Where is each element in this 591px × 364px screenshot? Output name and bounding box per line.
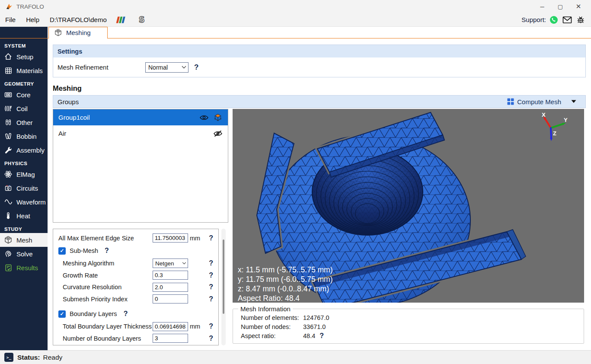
close-button[interactable]: ✕ <box>569 0 588 13</box>
sidebar-item-core[interactable]: Core <box>0 88 48 102</box>
algorithm-help[interactable]: ? <box>208 259 213 267</box>
sidebar-item-label: Results <box>16 264 38 271</box>
window-title: TRAFOLO <box>16 3 44 10</box>
sidebar-item-assembly[interactable]: Assembly <box>0 143 48 157</box>
visibility-eye-icon[interactable] <box>199 113 209 122</box>
algorithm-select[interactable]: Netgen <box>153 259 188 268</box>
tab-meshing[interactable]: Meshing <box>48 27 108 39</box>
priority-input[interactable] <box>153 294 188 303</box>
status-value: Ready <box>43 354 63 361</box>
group-name: Group1coil <box>58 114 90 121</box>
curvature-help[interactable]: ? <box>208 283 213 291</box>
boundary-layers-help[interactable]: ? <box>124 310 128 318</box>
mesh-refinement-help[interactable]: ? <box>194 63 198 72</box>
title-bar: TRAFOLO ─ ▢ ✕ <box>0 0 591 13</box>
parameters-scrollbar[interactable] <box>221 229 226 345</box>
bl-count-row: Number of Boundary Layers ? <box>53 332 218 345</box>
compute-mesh-label: Compute Mesh <box>517 98 561 105</box>
waveform-icon <box>3 197 13 207</box>
group-row-air[interactable]: Air <box>53 125 228 141</box>
sidebar-section-system: SYSTEM <box>0 39 48 50</box>
boundary-layers-row: Boundary Layers ? <box>53 307 218 321</box>
app-window: TRAFOLO ─ ▢ ✕ File Help D:\TRAFOLO\demo … <box>0 0 591 364</box>
priority-row: Submesh Priority Index ? <box>53 293 218 305</box>
bl-thickness-input[interactable] <box>153 322 188 331</box>
compute-grid-icon <box>507 98 514 105</box>
viewport-3d: X Y Z x: 11.5 mm (-5.75..5.75 mm) y: 11.… <box>233 109 584 303</box>
terminal-icon: >_ <box>4 353 13 362</box>
curvature-input[interactable] <box>153 283 188 292</box>
minimize-button[interactable]: ─ <box>533 0 551 13</box>
sidebar-item-label: Setup <box>16 53 33 61</box>
atom-icon <box>3 169 13 179</box>
content-area: Settings Mesh Refinement Normal ? Meshin… <box>48 38 591 350</box>
bl-thickness-row: Total Boundary Layer Thickness mm ? <box>53 321 218 333</box>
sidebar-item-materials[interactable]: Materials <box>0 64 48 77</box>
priority-help[interactable]: ? <box>208 295 213 303</box>
sub-mesh-checkbox[interactable] <box>58 247 66 255</box>
chevron-down-icon <box>182 262 186 265</box>
whatsapp-icon[interactable] <box>549 16 558 24</box>
sidebar-item-bobbin[interactable]: Bobbin <box>0 129 48 143</box>
sidebar-item-results[interactable]: Results <box>0 261 48 275</box>
bl-thickness-label: Total Boundary Layer Thickness <box>63 323 153 330</box>
menu-help[interactable]: Help <box>26 15 44 24</box>
mesh-display-icon[interactable] <box>213 113 223 122</box>
curvature-row: Curvature Resolution ? <box>53 281 218 294</box>
bl-thickness-help[interactable]: ? <box>208 322 213 330</box>
sub-mesh-help[interactable]: ? <box>105 247 109 255</box>
sidebar-item-other[interactable]: Other <box>0 115 48 129</box>
sub-mesh-label: Sub-Mesh <box>70 247 98 254</box>
email-icon[interactable] <box>562 16 572 24</box>
scrollbar-thumb[interactable] <box>223 239 224 314</box>
sidebar-item-heat[interactable]: Heat <box>0 209 48 223</box>
edge-size-unit: mm <box>190 235 200 242</box>
mesh-cube-icon <box>54 29 62 37</box>
status-label: Status: <box>17 354 40 361</box>
stripes-logo-icon[interactable] <box>115 16 127 24</box>
growth-rate-label: Growth Rate <box>63 272 153 279</box>
sidebar-item-waveform[interactable]: Waveform <box>0 195 48 209</box>
menu-bar: File Help D:\TRAFOLO\demo S Support: <box>0 13 591 27</box>
sidebar-item-label: Solve <box>16 250 33 258</box>
compute-mesh-dropdown-icon[interactable] <box>571 99 577 104</box>
maximize-button[interactable]: ▢ <box>551 0 569 13</box>
sidebar-item-coil[interactable]: Coil <box>0 102 48 115</box>
curvature-label: Curvature Resolution <box>63 284 153 291</box>
bug-icon[interactable] <box>576 16 585 24</box>
mesh-3d-view[interactable]: X Y Z x: 11.5 mm (-5.75..5.75 mm) y: 11.… <box>233 109 584 303</box>
sidebar-item-solve[interactable]: Solve <box>0 247 48 261</box>
overlay-z-range: z: 8.47 mm (-0.0..8.47 mm) <box>238 284 329 293</box>
sidebar-item-label: Materials <box>16 67 43 74</box>
sidebar-item-setup[interactable]: Setup <box>0 50 48 64</box>
overlay-x-range: x: 11.5 mm (-5.75..5.75 mm) <box>238 265 332 274</box>
sidebar-item-label: Other <box>16 119 33 126</box>
sidebar-item-elmag[interactable]: ElMag <box>0 167 48 181</box>
growth-rate-help[interactable]: ? <box>208 271 213 279</box>
growth-rate-input[interactable] <box>153 271 188 280</box>
sidebar-item-mesh[interactable]: Mesh <box>0 233 48 247</box>
compute-mesh-button[interactable]: Compute Mesh <box>507 98 561 105</box>
sidebar-item-circuits[interactable]: Circuits <box>0 181 48 195</box>
s-logo-icon[interactable]: S <box>136 15 147 25</box>
elements-row: Number of elements: 124767.0 <box>237 313 579 322</box>
sidebar-top-corner <box>0 27 48 38</box>
edge-size-help[interactable]: ? <box>208 234 213 242</box>
edge-size-input[interactable] <box>153 233 188 243</box>
mesh-refinement-select[interactable]: Normal <box>145 62 188 73</box>
bl-count-help[interactable]: ? <box>208 335 213 342</box>
menu-file[interactable]: File <box>5 15 20 24</box>
group-row-group1coil[interactable]: Group1coil <box>53 109 228 125</box>
boundary-layers-checkbox[interactable] <box>58 310 66 318</box>
elements-label: Number of elements: <box>237 314 303 321</box>
axis-x-label: X <box>542 112 546 118</box>
project-path[interactable]: D:\TRAFOLO\demo <box>50 16 107 23</box>
group-name: Air <box>58 130 66 137</box>
sidebar-section-geometry: GEOMETRY <box>0 77 48 88</box>
visibility-eye-off-icon[interactable] <box>213 129 223 138</box>
status-bar: >_ Status: Ready <box>0 350 591 364</box>
bl-count-input[interactable] <box>153 334 188 343</box>
sidebar-item-label: Waveform <box>16 198 46 206</box>
growth-rate-row: Growth Rate ? <box>53 269 218 281</box>
aspect-ratio-help[interactable]: ? <box>319 332 324 340</box>
